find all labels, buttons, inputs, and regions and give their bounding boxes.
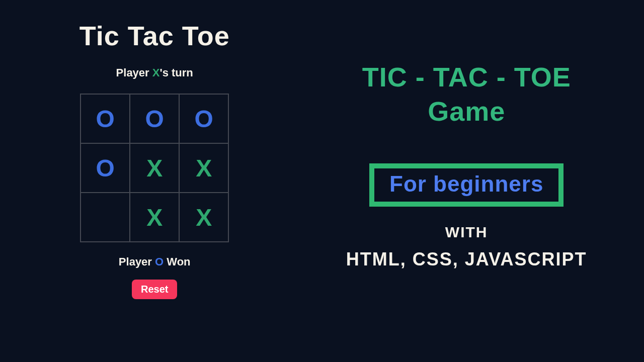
status-prefix: Player [119,255,155,268]
cell-4[interactable]: X [130,143,179,193]
status-player: O [155,255,164,268]
cell-8[interactable]: X [179,193,228,242]
turn-prefix: Player [116,66,152,79]
game-panel: Tic Tac Toe Player X's turn O O O O X X … [0,0,309,362]
promo-title-line1: TIC - TAC - TOE [362,60,571,95]
cell-0[interactable]: O [80,94,130,143]
promo-panel: TIC - TAC - TOE Game For beginners WITH … [309,0,644,362]
promo-title: TIC - TAC - TOE Game [362,60,571,128]
promo-title-line2: Game [362,95,571,129]
cell-3[interactable]: O [80,143,130,193]
game-title: Tic Tac Toe [79,20,230,51]
cell-1[interactable]: O [130,94,179,143]
status-line: Player O Won [119,255,191,268]
turn-player: X [152,66,160,79]
tech-label: HTML, CSS, JAVASCRIPT [346,249,587,270]
beginners-badge: For beginners [369,163,564,207]
cell-6[interactable] [80,193,130,242]
cell-2[interactable]: O [179,94,228,143]
game-board: O O O O X X X X [80,94,229,242]
beginners-badge-text: For beginners [389,171,543,196]
cell-7[interactable]: X [130,193,179,242]
reset-button[interactable]: Reset [132,280,177,299]
turn-indicator: Player X's turn [116,66,193,79]
with-label: WITH [445,224,488,241]
status-suffix: Won [164,255,190,268]
turn-suffix: 's turn [159,66,193,79]
cell-5[interactable]: X [179,143,228,193]
